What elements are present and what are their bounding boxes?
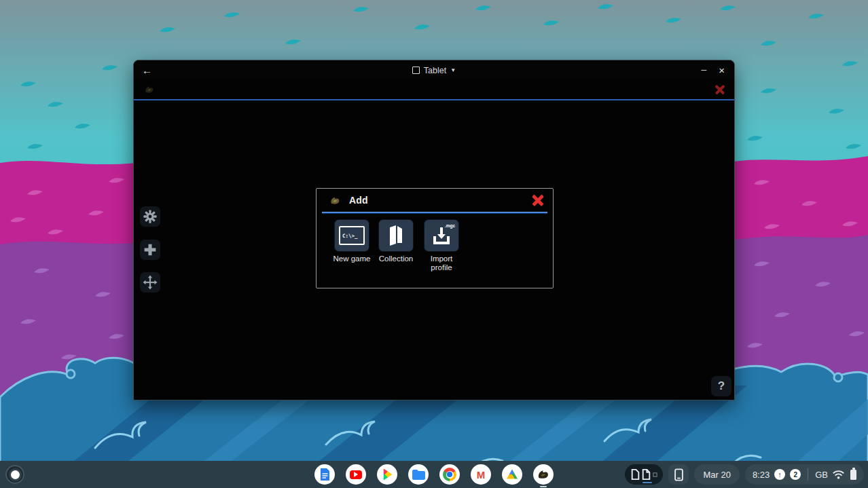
google-docs-icon bbox=[320, 468, 330, 481]
move-button[interactable] bbox=[140, 272, 160, 293]
import-arrow-icon bbox=[431, 225, 452, 246]
import-profile-label: Import profile bbox=[421, 255, 462, 272]
move-arrows-icon bbox=[143, 275, 158, 290]
chevron-down-icon: ▼ bbox=[450, 67, 456, 73]
help-button[interactable]: ? bbox=[711, 376, 731, 396]
new-game-tile[interactable]: C:\>_ bbox=[334, 219, 369, 252]
date-button[interactable]: Mar 20 bbox=[694, 464, 739, 485]
import-profile-option[interactable]: .mgc Import profile bbox=[421, 219, 462, 272]
page-icon bbox=[642, 469, 651, 480]
mgc-file-badge: .mgc bbox=[445, 223, 455, 228]
chromeos-shelf: M bbox=[0, 461, 868, 488]
youtube-icon bbox=[350, 470, 362, 479]
app-google-drive[interactable] bbox=[502, 464, 522, 485]
google-drive-icon bbox=[506, 468, 519, 481]
app-magic-dosbox[interactable] bbox=[533, 464, 554, 485]
add-dialog-titlebar: Add bbox=[317, 189, 553, 210]
chrome-icon bbox=[443, 468, 456, 481]
collection-tile[interactable] bbox=[378, 219, 414, 252]
app-files[interactable] bbox=[408, 464, 429, 485]
app-toolbar bbox=[134, 80, 734, 100]
app-close-red-x-icon[interactable] bbox=[714, 84, 726, 95]
gear-icon bbox=[143, 209, 158, 224]
dos-prompt-icon: C:\>_ bbox=[339, 226, 365, 245]
app-youtube[interactable] bbox=[346, 464, 366, 485]
phone-icon bbox=[674, 468, 683, 481]
shelf-app-icons: M bbox=[314, 464, 554, 485]
plus-icon bbox=[143, 243, 157, 257]
phone-hub-button[interactable] bbox=[668, 464, 689, 485]
app-chrome[interactable] bbox=[439, 464, 460, 485]
input-language-label: GB bbox=[815, 470, 828, 480]
battery-icon bbox=[850, 470, 856, 480]
launcher-circle-icon bbox=[11, 470, 20, 479]
close-window-button[interactable]: × bbox=[719, 65, 725, 75]
magic-dosbox-dragon-logo-icon bbox=[329, 195, 342, 206]
notification-count-badge: 2 bbox=[790, 469, 801, 480]
dialog-close-red-x[interactable] bbox=[531, 194, 545, 206]
app-google-docs[interactable] bbox=[314, 464, 335, 485]
app-play-store[interactable] bbox=[377, 464, 397, 485]
update-available-icon: ↑ bbox=[774, 469, 785, 480]
magic-dosbox-window: ← Tablet ▼ – × bbox=[133, 60, 735, 400]
settings-button[interactable] bbox=[140, 206, 160, 227]
launcher-button[interactable] bbox=[5, 465, 24, 484]
status-area: Mar 20 8:23 ↑ 2 GB bbox=[625, 464, 864, 485]
active-app-indicator bbox=[540, 486, 547, 488]
system-tray[interactable]: 8:23 ↑ 2 GB bbox=[745, 464, 864, 485]
time-label: 8:23 bbox=[753, 470, 770, 480]
new-game-option[interactable]: C:\>_ New game bbox=[333, 219, 371, 272]
back-icon[interactable]: ← bbox=[142, 65, 152, 75]
date-label: Mar 20 bbox=[703, 470, 730, 480]
new-game-label: New game bbox=[333, 255, 371, 263]
window-square-icon bbox=[412, 67, 420, 74]
open-folder-icon bbox=[386, 225, 406, 246]
window-caption-bar: ← Tablet ▼ – × bbox=[134, 60, 734, 80]
play-store-icon bbox=[380, 468, 394, 481]
magic-dosbox-dragon-icon bbox=[537, 468, 550, 481]
dialog-title: Add bbox=[349, 195, 368, 206]
window-previews-button[interactable] bbox=[625, 464, 663, 485]
tray-divider bbox=[808, 468, 808, 481]
magic-dosbox-dragon-logo-icon bbox=[143, 84, 156, 95]
active-desk-indicator bbox=[643, 482, 652, 484]
app-gmail[interactable]: M bbox=[471, 464, 491, 485]
dialog-tiles: C:\>_ New game Collection bbox=[317, 214, 553, 272]
wifi-icon bbox=[833, 470, 844, 479]
chromeos-desktop: ← Tablet ▼ – × bbox=[0, 0, 868, 488]
mini-window-icon bbox=[653, 472, 657, 477]
import-profile-tile[interactable]: .mgc bbox=[424, 219, 459, 252]
window-mode-label: Tablet bbox=[424, 66, 446, 75]
files-folder-icon bbox=[412, 470, 425, 480]
window-mode-selector[interactable]: Tablet ▼ bbox=[134, 66, 734, 75]
collection-label: Collection bbox=[379, 255, 414, 263]
add-button[interactable] bbox=[140, 240, 160, 260]
add-dialog: Add C:\>_ New game bbox=[316, 188, 554, 288]
page-icon bbox=[631, 469, 640, 480]
collection-option[interactable]: Collection bbox=[377, 219, 415, 272]
gmail-icon: M bbox=[477, 470, 486, 480]
